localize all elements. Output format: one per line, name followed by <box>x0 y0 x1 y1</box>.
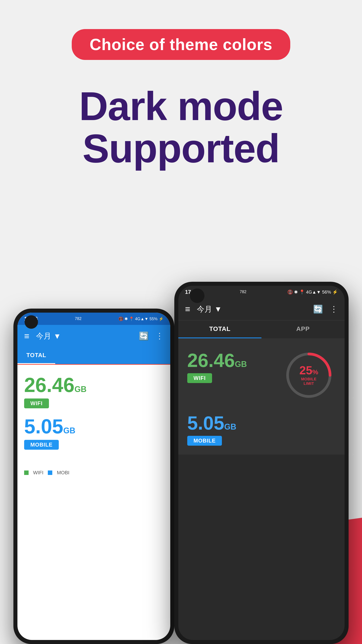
dropdown-icon-back: ▼ <box>53 332 61 340</box>
badge-container: Choice of theme colors <box>0 29 362 60</box>
month-selector-back[interactable]: 今月 ▼ <box>36 331 61 341</box>
phone-front: 17:09 782 📵 ✱ 📍 4G▲▼ 56% ⚡ ≡ 今月 ▼ 🔄 ⋮ TO… <box>174 282 349 644</box>
mobile-section-front: 5.05GB MOBILE <box>178 412 345 454</box>
status-bar-back: 17:06 782 📵 ✱ 📍 4G▲▼ 55% ⚡ <box>17 312 170 325</box>
more-icon-back[interactable]: ⋮ <box>156 332 164 341</box>
legend-wifi-dot <box>24 470 28 475</box>
front-mb: 782 <box>240 290 247 294</box>
mobile-value-back: 5.05GB <box>24 415 75 438</box>
tabs-front: TOTAL APP <box>178 320 345 338</box>
phone-back-camera <box>24 315 38 329</box>
month-label-front: 今月 <box>197 304 212 314</box>
badge-text: Choice of theme colors <box>90 36 272 54</box>
front-status-icons: 📵 ✱ 📍 4G▲▼ 56% ⚡ <box>287 289 338 295</box>
back-mb: 782 <box>75 316 81 321</box>
hamburger-icon-front[interactable]: ≡ <box>185 304 190 314</box>
content-left: 26.46GB WIFI <box>187 350 275 401</box>
phone-back: 17:06 782 📵 ✱ 📍 4G▲▼ 55% ⚡ ≡ 今月 ▼ 🔄 ⋮ TO… <box>13 308 174 644</box>
dropdown-icon-front: ▼ <box>214 305 222 314</box>
legend-wifi-label: WIFI <box>33 470 43 476</box>
app-bar-back: ≡ 今月 ▼ 🔄 ⋮ <box>17 325 170 347</box>
wifi-value-front: 26.46GB <box>187 350 275 372</box>
legend-back: WIFI MOBI <box>17 465 170 480</box>
mobile-tag-back: MOBILE <box>24 440 59 450</box>
gauge-label: MOBILE LIMIT <box>296 377 322 386</box>
tab-app-front[interactable]: APP <box>261 320 345 338</box>
heading-line1: Dark mode <box>0 85 362 127</box>
theme-badge: Choice of theme colors <box>72 29 290 60</box>
heading-line2: Supported <box>0 127 362 170</box>
phone-front-camera <box>190 288 204 303</box>
tabs-back: TOTAL <box>17 347 170 365</box>
tab-total-front[interactable]: TOTAL <box>178 320 261 338</box>
month-label-back: 今月 <box>36 331 51 341</box>
more-icon-front[interactable]: ⋮ <box>330 304 338 314</box>
app-bar-front: ≡ 今月 ▼ 🔄 ⋮ <box>178 298 345 320</box>
legend-mobile-label: MOBI <box>57 470 69 476</box>
refresh-icon-back[interactable]: 🔄 <box>139 332 149 341</box>
wifi-tag-back: WIFI <box>24 398 49 408</box>
gauge-center: 25% MOBILE LIMIT <box>296 364 322 386</box>
wifi-value-back: 26.46GB <box>24 374 86 396</box>
phone-front-screen: 17:09 782 📵 ✱ 📍 4G▲▼ 56% ⚡ ≡ 今月 ▼ 🔄 ⋮ TO… <box>178 286 345 640</box>
content-right: 25% MOBILE LIMIT <box>282 350 336 401</box>
heading-container: Dark mode Supported <box>0 85 362 170</box>
tab-total-back[interactable]: TOTAL <box>17 347 55 364</box>
mobile-value-front: 5.05GB <box>187 412 336 434</box>
phones-container: 17:06 782 📵 ✱ 📍 4G▲▼ 55% ⚡ ≡ 今月 ▼ 🔄 ⋮ TO… <box>0 253 362 644</box>
phone-back-screen: 17:06 782 📵 ✱ 📍 4G▲▼ 55% ⚡ ≡ 今月 ▼ 🔄 ⋮ TO… <box>17 312 170 640</box>
gauge-percent: 25% <box>296 364 322 376</box>
content-front-main: 26.46GB WIFI <box>178 338 345 412</box>
month-selector-front[interactable]: 今月 ▼ <box>197 304 222 314</box>
content-back: 26.46GB WIFI 5.05GB MOBILE <box>17 365 170 465</box>
refresh-icon-front[interactable]: 🔄 <box>313 304 323 314</box>
legend-mobile-dot <box>48 470 52 475</box>
mobile-limit-gauge: 25% MOBILE LIMIT <box>283 350 335 401</box>
back-status-icons: 📵 ✱ 📍 4G▲▼ 55% ⚡ <box>118 316 164 321</box>
mobile-tag-front: MOBILE <box>187 436 222 446</box>
wifi-tag-front: WIFI <box>187 373 212 383</box>
hamburger-icon-back[interactable]: ≡ <box>24 331 29 341</box>
